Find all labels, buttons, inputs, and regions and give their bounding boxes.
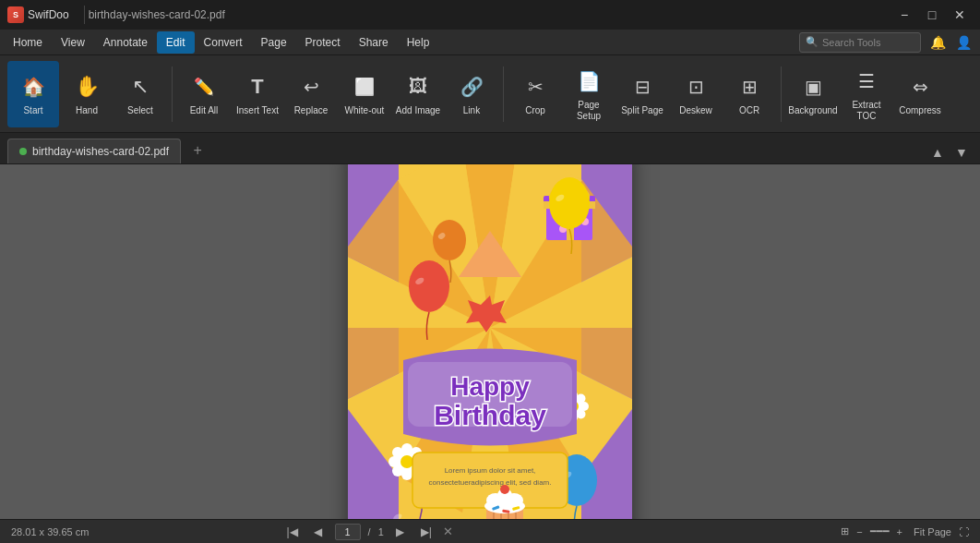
hand-label: Hand [76,105,98,116]
toolbar-insert-text[interactable]: T Insert Text [232,61,283,127]
page-separator: / [368,526,371,537]
close-search-icon[interactable]: ✕ [443,525,453,538]
first-page-button[interactable]: |◀ [283,523,302,541]
toolbar: 🏠 Start ✋ Hand ↖ Select ✏️ Edit All T In… [0,55,980,133]
prev-page-button[interactable]: ◀ [309,523,328,541]
zoom-in-icon[interactable]: + [897,526,902,537]
toolbar-divider-2 [503,66,504,122]
background-icon: ▣ [798,72,828,102]
split-page-icon: ⊟ [627,72,657,102]
tab-bar: birthday-wishes-card-02.pdf + ▲ ▼ [0,133,980,164]
page-setup-icon: 📄 [574,66,604,96]
toolbar-split-page[interactable]: ⊟ Split Page [616,61,668,127]
total-pages: 1 [378,526,384,537]
toolbar-ocr[interactable]: ⊞ OCR [723,61,775,127]
window-controls: − □ ✕ [891,2,973,28]
toolbar-start[interactable]: 🏠 Start [7,61,59,127]
ocr-label: OCR [739,105,759,116]
status-right: ⊞ − ━━━ + Fit Page ⛶ [841,525,969,537]
menu-share[interactable]: Share [350,31,398,54]
menu-protect[interactable]: Protect [296,31,350,54]
main-content: Happy Birthday Lorem ipsum dolor sit ame… [0,164,980,519]
zoom-slider[interactable]: ━━━ [870,525,890,537]
menu-convert[interactable]: Convert [195,31,252,54]
insert-text-label: Insert Text [236,105,279,116]
compress-label: Compress [899,105,941,116]
page-setup-label: Page Setup [565,100,613,122]
current-page-input[interactable] [335,524,361,540]
doc-title: birthday-wishes-card-02.pdf [89,8,225,21]
split-page-label: Split Page [621,105,663,116]
maximize-button[interactable]: □ [919,2,945,28]
app-logo: S SwifDoo [7,6,73,23]
extract-toc-label: Extract TOC [843,100,890,122]
toolbar-page-setup[interactable]: 📄 Page Setup [563,61,615,127]
minimize-button[interactable]: − [891,2,917,28]
last-page-button[interactable]: ▶| [417,523,436,541]
tab-nav-up[interactable]: ▲ [926,141,949,163]
tab-status-dot [19,148,27,155]
toolbar-select[interactable]: ↖ Select [114,61,166,127]
toolbar-link[interactable]: 🔗 Link [446,61,497,127]
white-out-icon: ⬜ [350,72,379,102]
compress-icon: ⇔ [905,72,935,102]
status-bar: 28.01 x 39.65 cm |◀ ◀ / 1 ▶ ▶| ✕ ⊞ − ━━━… [0,519,980,543]
title-bar: S SwifDoo birthday-wishes-card-02.pdf − … [0,0,980,30]
toolbar-deskew[interactable]: ⊡ Deskew [670,61,722,127]
crop-icon: ✂ [520,72,550,102]
start-icon: 🏠 [18,72,48,102]
deskew-label: Deskew [679,105,712,116]
svg-point-29 [549,177,590,229]
zoom-out-icon[interactable]: − [856,526,862,537]
deskew-icon: ⊡ [681,72,711,102]
add-image-icon: 🖼 [403,72,433,102]
toolbar-crop[interactable]: ✂ Crop [509,61,561,127]
menu-page[interactable]: Page [252,31,296,54]
extract-toc-icon: ☰ [852,66,881,96]
close-button[interactable]: ✕ [947,2,973,28]
dimension-info: 28.01 x 39.65 cm [11,526,89,537]
toolbar-replace[interactable]: ↩ Replace [285,61,337,127]
view-mode-icon[interactable]: ⊞ [841,525,849,537]
add-image-label: Add Image [396,105,440,116]
menu-edit[interactable]: Edit [157,31,195,54]
background-label: Background [788,105,837,116]
insert-text-icon: T [243,72,272,102]
tab-nav-down[interactable]: ▼ [950,141,973,163]
pdf-page: Happy Birthday Lorem ipsum dolor sit ame… [348,164,632,519]
next-page-button[interactable]: ▶ [391,523,410,541]
notification-icon[interactable]: 🔔 [925,30,950,55]
logo-icon: S [7,6,24,23]
toolbar-compress[interactable]: ⇔ Compress [894,61,946,127]
toolbar-add-image[interactable]: 🖼 Add Image [392,61,444,127]
toolbar-hand[interactable]: ✋ Hand [61,61,113,127]
fit-page-button[interactable]: Fit Page [914,526,951,537]
menu-help[interactable]: Help [398,31,439,54]
replace-label: Replace [294,105,329,116]
app-name: SwifDoo [28,8,69,21]
link-label: Link [463,105,480,116]
toolbar-extract-toc[interactable]: ☰ Extract TOC [841,61,892,127]
account-icon[interactable]: 👤 [950,30,976,55]
ocr-icon: ⊞ [735,72,764,102]
fullscreen-icon[interactable]: ⛶ [959,526,969,537]
toolbar-background[interactable]: ▣ Background [787,61,839,127]
start-label: Start [23,105,42,116]
svg-point-33 [433,220,466,260]
toolbar-edit-all[interactable]: ✏️ Edit All [178,61,230,127]
add-tab-button[interactable]: + [185,138,210,163]
svg-text:Happy: Happy [450,372,530,401]
svg-text:consectetueradipiscing elit, s: consectetueradipiscing elit, sed diam. [429,478,552,487]
menu-bar: Home View Annotate Edit Convert Page Pro… [0,30,980,55]
search-icon: 🔍 [806,36,819,48]
menu-view[interactable]: View [52,31,94,54]
link-icon: 🔗 [457,72,486,102]
menu-annotate[interactable]: Annotate [94,31,157,54]
tab-birthday-pdf[interactable]: birthday-wishes-card-02.pdf [7,139,181,163]
toolbar-white-out[interactable]: ⬜ White-out [339,61,390,127]
select-icon: ↖ [125,72,155,102]
svg-text:Lorem ipsum dolor sit amet,: Lorem ipsum dolor sit amet, [445,466,536,475]
search-input[interactable] [822,37,914,48]
svg-point-31 [409,260,449,312]
menu-home[interactable]: Home [4,31,52,54]
